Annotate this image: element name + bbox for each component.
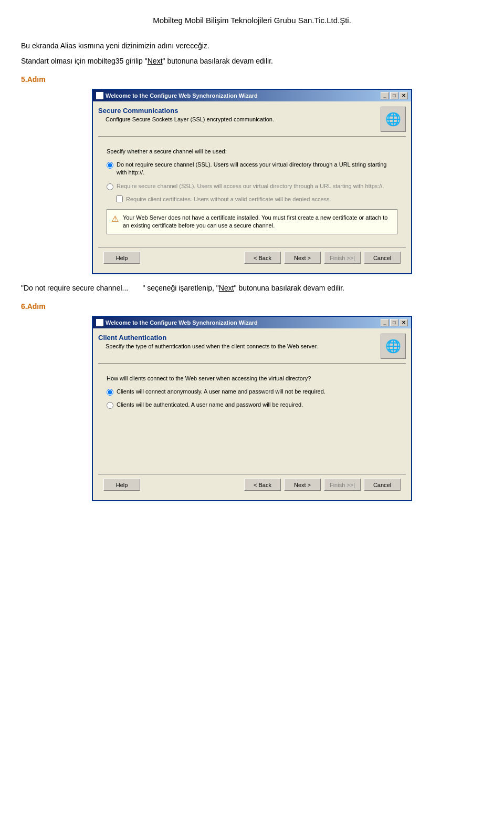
step5-warning-box: ⚠ Your Web Server does not have a certif… (107, 209, 397, 235)
warning-icon: ⚠ (111, 214, 119, 224)
minimize-button[interactable]: _ (381, 92, 389, 99)
step5-header-icon: 🌐 (381, 107, 406, 132)
step5-titlebar: Welcome to the Configure Web Synchroniza… (93, 90, 411, 101)
step5-radio2-input[interactable] (107, 183, 113, 190)
step5-note: "Do not require secure channel... " seçe… (21, 283, 483, 294)
step5-warning-text: Your Web Server does not have a certific… (123, 214, 393, 230)
step5-title-text: Welcome to the Configure Web Synchroniza… (106, 92, 258, 99)
step5-radio1-option: Do not require secure channel (SSL). Use… (107, 161, 397, 177)
step6-header-icon: 🌐 (381, 334, 406, 359)
step6-dialog-wrapper: Welcome to the Configure Web Synchroniza… (21, 316, 483, 501)
step6-dialog-body: Client Authentication Specify the type o… (93, 328, 411, 500)
page-title: Mobilteg Mobil Bilişim Teknolojileri Gru… (21, 16, 483, 25)
step6-radio2-option: Clients will be authenticated. A user na… (107, 401, 397, 409)
step6-wizard-icon (96, 319, 103, 326)
step5-content-area: Specify whether a secure channel will be… (98, 142, 406, 247)
step5-header-subtitle: Configure Secure Sockets Layer (SSL) enc… (106, 116, 274, 122)
close-button[interactable]: ✕ (400, 92, 408, 99)
step5-header-title: Secure Communications (98, 107, 274, 115)
step6-radio2-label: Clients will be authenticated. A user na… (117, 401, 303, 409)
step6-help-button[interactable]: Help (103, 479, 140, 491)
step5-footer: Help < Back Next > Finish >>| Cancel (98, 247, 406, 268)
step5-help-button[interactable]: Help (103, 252, 140, 264)
step5-checkbox-input[interactable] (116, 195, 123, 202)
step6-radio1-option: Clients will connect anonymously. A user… (107, 388, 397, 396)
step6-header-subtitle: Specify the type of authentication used … (106, 343, 318, 349)
step6-radio1-input[interactable] (107, 389, 113, 396)
step5-titlebar-left: Welcome to the Configure Web Synchroniza… (96, 92, 258, 99)
step5-finish-button[interactable]: Finish >>| (324, 252, 361, 264)
step5-window-controls: _ □ ✕ (381, 92, 408, 99)
step6-next-button[interactable]: Next > (284, 479, 321, 491)
step6-question: How will clients connect to the Web serv… (107, 375, 397, 381)
step6-titlebar: Welcome to the Configure Web Synchroniza… (93, 317, 411, 328)
step5-back-button[interactable]: < Back (244, 252, 281, 264)
step5-radio1-input[interactable] (107, 162, 113, 169)
step6-back-button[interactable]: < Back (244, 479, 281, 491)
wizard-icon (96, 92, 103, 99)
step6-minimize-button[interactable]: _ (381, 319, 389, 326)
step6-titlebar-left: Welcome to the Configure Web Synchroniza… (96, 319, 258, 326)
step5-radio1-label: Do not require secure channel (SSL). Use… (117, 161, 397, 177)
step6-footer: Help < Back Next > Finish >>| Cancel (98, 474, 406, 495)
intro-line1: Bu ekranda Alias kısmına yeni dizinimizi… (21, 40, 483, 51)
step5-content: Specify whether a secure channel will be… (102, 146, 402, 242)
restore-button[interactable]: □ (390, 92, 398, 99)
step6-radio1-label: Clients will connect anonymously. A user… (117, 388, 326, 396)
step5-checkbox-option: Require client certificates. Users witho… (116, 195, 397, 203)
step6-header-title: Client Authentication (98, 334, 318, 342)
step5-cancel-button[interactable]: Cancel (364, 252, 401, 264)
step6-label: 6.Adım (21, 302, 483, 311)
step6-content: How will clients connect to the Web serv… (102, 373, 402, 417)
step5-radio2-label: Require secure channel (SSL). Users will… (117, 182, 384, 190)
step5-dialog-body: Secure Communications Configure Secure S… (93, 101, 411, 273)
step6-cancel-button[interactable]: Cancel (364, 479, 401, 491)
step5-checkbox-label: Require client certificates. Users witho… (126, 195, 331, 203)
step5-next-button[interactable]: Next > (284, 252, 321, 264)
step6-header-text: Client Authentication Specify the type o… (98, 334, 318, 349)
step5-header-text: Secure Communications Configure Secure S… (98, 107, 274, 122)
step5-dialog: Welcome to the Configure Web Synchroniza… (92, 89, 412, 274)
step6-window-controls: _ □ ✕ (381, 319, 408, 326)
step6-radio2-input[interactable] (107, 402, 113, 409)
intro-line2: Standart olması için mobilteg35 girilip … (21, 56, 483, 67)
step6-finish-button[interactable]: Finish >>| (324, 479, 361, 491)
step5-header-section: Secure Communications Configure Secure S… (98, 107, 406, 137)
step6-close-button[interactable]: ✕ (400, 319, 408, 326)
step6-content-area: How will clients connect to the Web serv… (98, 369, 406, 474)
step5-label: 5.Adım (21, 75, 483, 84)
step5-radio2-option: Require secure channel (SSL). Users will… (107, 182, 397, 190)
step5-question: Specify whether a secure channel will be… (107, 148, 397, 154)
step6-restore-button[interactable]: □ (390, 319, 398, 326)
step6-dialog: Welcome to the Configure Web Synchroniza… (92, 316, 412, 501)
step5-dialog-wrapper: Welcome to the Configure Web Synchroniza… (21, 89, 483, 274)
step6-header-section: Client Authentication Specify the type o… (98, 334, 406, 364)
step6-title-text: Welcome to the Configure Web Synchroniza… (106, 319, 258, 326)
